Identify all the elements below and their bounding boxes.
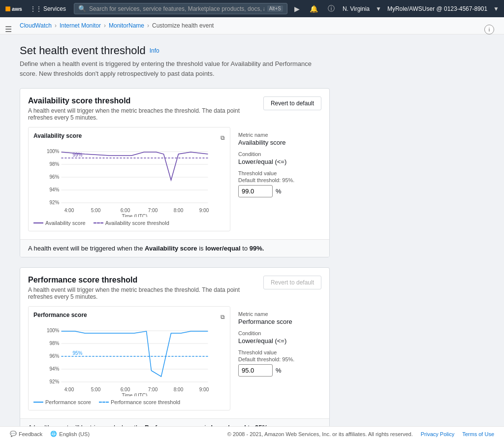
performance-card-body: Performance score ⧉ 100% 98% 96% 94% 92% [20, 306, 329, 418]
performance-chart-legend: Performance score Performance score thre… [33, 399, 225, 405]
availability-card-header: Availability score threshold A health ev… [20, 89, 329, 127]
svg-text:94%: 94% [49, 187, 59, 192]
performance-card-header: Performance score threshold A health eve… [20, 268, 329, 306]
avail-metric-name-label: Metric name [238, 132, 316, 138]
avail-condition-value: Lower/equal (<=) [238, 158, 316, 165]
legend-avail-threshold-line [94, 222, 103, 223]
svg-text:92%: 92% [49, 379, 59, 384]
avail-condition-label: Condition [238, 151, 316, 157]
user-chevron: ▼ [493, 5, 499, 12]
aws-logo: ■ aws [5, 3, 22, 14]
svg-text:100%: 100% [47, 149, 60, 154]
availability-revert-button[interactable]: Revert to default [263, 96, 321, 110]
svg-text:8:00: 8:00 [174, 208, 184, 213]
grid-icon: ⋮⋮ [30, 5, 42, 12]
svg-text:Time (UTC): Time (UTC) [122, 214, 148, 217]
feedback-icon: 💬 [10, 431, 17, 437]
privacy-policy-link[interactable]: Privacy Policy [421, 431, 454, 437]
performance-chart-svg-wrap: 100% 98% 96% 94% 92% [33, 322, 225, 396]
footer-right: © 2008 - 2021, Amazon Web Services, Inc.… [227, 431, 494, 437]
page-info-icon[interactable]: i [484, 25, 494, 34]
availability-expand-button[interactable]: ⧉ [220, 134, 225, 141]
avail-threshold-input[interactable] [238, 185, 273, 197]
sidebar-toggle-button[interactable]: ☰ [5, 25, 12, 34]
breadcrumb-internet-monitor[interactable]: Internet Monitor [60, 22, 101, 29]
breadcrumb-monitor-name[interactable]: MonitorName [109, 22, 144, 29]
footer-left: 💬 Feedback 🌐 English (US) [10, 431, 90, 437]
perf-threshold-label: Threshold value [238, 349, 316, 355]
page-footer: 💬 Feedback 🌐 English (US) © 2008 - 2021,… [0, 426, 504, 441]
breadcrumb-sep-1: › [55, 22, 57, 29]
performance-metrics-area: Metric name Performance score Condition … [230, 306, 321, 410]
legend-avail-threshold: Availability score threshold [94, 220, 169, 226]
performance-card: Performance score threshold A health eve… [20, 267, 330, 437]
svg-text:96%: 96% [49, 353, 59, 359]
globe-icon: 🌐 [50, 431, 57, 437]
language-selector[interactable]: 🌐 English (US) [50, 431, 90, 437]
perf-threshold-hint: Default threshold: 95%. [238, 356, 316, 362]
svg-text:Time (UTC): Time (UTC) [122, 393, 148, 396]
performance-card-title: Performance score threshold [28, 276, 263, 284]
availability-summary: A health event will be triggered when th… [20, 239, 329, 257]
svg-text:6:00: 6:00 [121, 387, 130, 392]
perf-condition-label: Condition [238, 330, 316, 336]
perf-metric-name-label: Metric name [238, 311, 316, 317]
availability-card-body: Availability score ⧉ 100% 98% 96% 94% 92… [20, 127, 329, 239]
availability-chart-svg: 100% 98% 96% 94% 92% [33, 143, 225, 217]
svg-text:9:00: 9:00 [199, 387, 209, 392]
svg-text:94%: 94% [49, 366, 59, 372]
performance-chart-svg: 100% 98% 96% 94% 92% [33, 322, 225, 396]
breadcrumb-cloudwatch[interactable]: CloudWatch [20, 22, 52, 29]
legend-perf-threshold-line [99, 402, 109, 403]
page-title: Set health event threshold Info [20, 44, 330, 57]
performance-revert-button[interactable]: Revert to default [263, 276, 321, 289]
terminal-icon-btn[interactable]: ▶ [292, 4, 302, 14]
svg-text:4:00: 4:00 [64, 387, 74, 392]
bell-icon-btn[interactable]: 🔔 [308, 4, 320, 14]
perf-metric-name-value: Performance score [238, 318, 316, 325]
svg-text:4:00: 4:00 [64, 208, 74, 213]
availability-chart-title: Availability score [33, 132, 82, 139]
user-menu[interactable]: MyRole/AWSUser @ 0123-4567-8901 [387, 5, 487, 12]
availability-card-title: Availability score threshold [28, 96, 263, 105]
svg-text:7:00: 7:00 [148, 387, 158, 392]
svg-text:95%: 95% [73, 350, 83, 356]
perf-condition-value: Lower/equal (<=) [238, 337, 316, 345]
services-button[interactable]: ⋮⋮ Services [27, 3, 69, 14]
perf-threshold-input[interactable] [238, 364, 273, 377]
footer-copyright: © 2008 - 2021, Amazon Web Services, Inc.… [227, 431, 413, 437]
svg-text:6:00: 6:00 [121, 208, 130, 213]
breadcrumb-sep-2: › [104, 22, 106, 29]
breadcrumb-current: Customize health event [152, 22, 214, 29]
performance-expand-button[interactable]: ⧉ [220, 314, 225, 320]
avail-percent-label: % [276, 188, 282, 195]
avail-threshold-hint: Default threshold: 95%. [238, 177, 316, 183]
svg-text:5:00: 5:00 [91, 387, 101, 392]
breadcrumb-sep-3: › [147, 22, 149, 29]
svg-text:8:00: 8:00 [174, 387, 184, 392]
feedback-button[interactable]: 💬 Feedback [10, 431, 42, 437]
availability-summary-text: A health event will be triggered when th… [28, 245, 264, 252]
help-icon-btn[interactable]: ⓘ [326, 3, 337, 14]
search-icon: 🔍 [78, 5, 86, 12]
legend-avail-score: Availability score [33, 220, 86, 226]
availability-card-title-area: Availability score threshold A health ev… [28, 96, 263, 127]
terms-link[interactable]: Terms of Use [462, 431, 494, 437]
performance-chart-title: Performance score [33, 312, 87, 318]
info-link[interactable]: Info [150, 47, 159, 54]
region-selector[interactable]: N. Virginia [343, 5, 370, 12]
page-content: Set health event threshold Info Define w… [0, 34, 345, 441]
search-input[interactable] [89, 5, 264, 12]
legend-avail-score-line [33, 222, 43, 223]
search-shortcut-badge: Alt+S [267, 5, 283, 12]
avail-metric-name-value: Availability score [238, 139, 316, 146]
legend-perf-score: Performance score [33, 399, 91, 405]
legend-perf-score-line [33, 402, 43, 403]
performance-chart-area: Performance score ⧉ 100% 98% 96% 94% 92% [28, 306, 230, 410]
performance-card-subtitle: A health event will trigger when the met… [28, 286, 263, 300]
search-bar: 🔍 Alt+S [74, 3, 287, 14]
page-description: Define when a health event is triggered … [20, 59, 330, 78]
performance-card-title-area: Performance score threshold A health eve… [28, 276, 263, 306]
top-nav: ■ aws ⋮⋮ Services 🔍 Alt+S ▶ 🔔 ⓘ N. Virgi… [0, 0, 504, 17]
svg-text:96%: 96% [49, 174, 59, 180]
